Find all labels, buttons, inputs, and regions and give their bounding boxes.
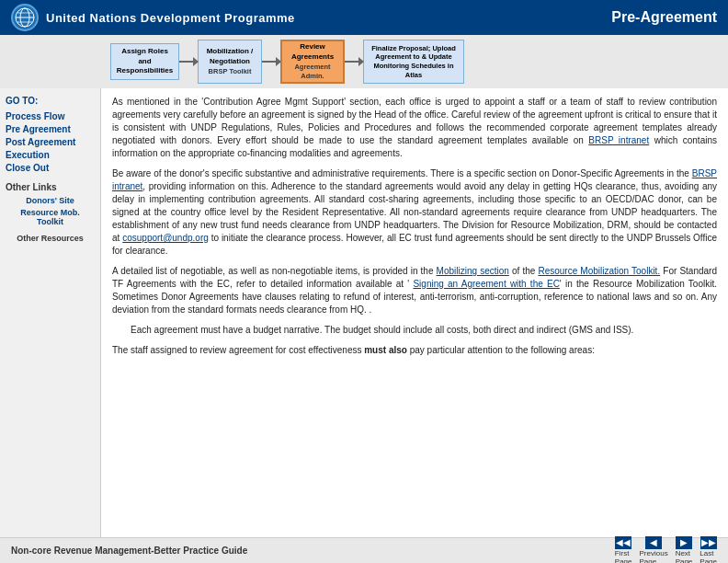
content-para2: Be aware of the donor's specific substan… — [112, 167, 717, 258]
sidebar-item-close-out[interactable]: Close Out — [6, 163, 95, 173]
sidebar-item-post-agreement[interactable]: Post Agreement — [6, 137, 95, 147]
sidebar-link-donors-site[interactable]: Donors' Site — [6, 196, 95, 205]
content-para4: Each agreement must have a budget narrat… — [131, 324, 717, 337]
content-para5: The staff assigned to review agreement f… — [112, 344, 717, 357]
goto-label: GO TO: — [6, 96, 95, 106]
main-layout: GO TO: Process Flow Pre Agreement Post A… — [0, 88, 728, 537]
flow-step-review: ReviewAgreements Agreement Admin. — [280, 40, 345, 84]
footer-previous-page[interactable]: ◀ PreviousPage — [640, 536, 668, 564]
flow-arrow-2 — [262, 61, 280, 63]
flow-box-assign[interactable]: Assign RolesandResponsibilities — [110, 43, 179, 80]
flow-step-mobilization: Mobilization /Negotiation BRSP Toolkit — [198, 40, 262, 84]
flow-step-finalize: Finalize Proposal; Upload Agreement to &… — [363, 40, 464, 84]
header-logo: United Nations Development Programme — [11, 4, 295, 31]
flow-arrow-3 — [345, 61, 363, 63]
must-also-strong: must also — [364, 345, 407, 355]
brsp-intranet-link-1[interactable]: BRSP intranet — [588, 135, 649, 145]
next-page-label: NextPage — [676, 549, 693, 564]
content-area: As mentioned in the 'Contribution Agree … — [101, 88, 728, 537]
sidebar-item-execution[interactable]: Execution — [6, 150, 95, 160]
flow-box-mobilization[interactable]: Mobilization /Negotiation BRSP Toolkit — [198, 40, 262, 84]
content-para3: A detailed list of negotiable, as well a… — [112, 265, 717, 316]
flow-arrow-1 — [179, 61, 198, 63]
sidebar-link-resource-mob[interactable]: Resource Mob.Toolkit — [6, 208, 95, 226]
next-page-button[interactable]: ▶ — [676, 536, 692, 549]
content-para1: As mentioned in the 'Contribution Agree … — [112, 96, 717, 160]
flow-step-assign: Assign RolesandResponsibilities — [110, 43, 179, 80]
footer-first-page[interactable]: ◀◀ FirstPage — [615, 536, 632, 564]
footer: Non-core Revenue Management-Better Pract… — [0, 537, 728, 563]
header: United Nations Development Programme Pre… — [0, 0, 728, 35]
footer-navigation: ◀◀ FirstPage ◀ PreviousPage ▶ NextPage ▶… — [615, 536, 717, 564]
footer-title: Non-core Revenue Management-Better Pract… — [11, 546, 247, 556]
sidebar-link-other-resources[interactable]: Other Resources — [6, 234, 95, 243]
sidebar: GO TO: Process Flow Pre Agreement Post A… — [0, 88, 101, 537]
previous-page-button[interactable]: ◀ — [645, 536, 662, 549]
footer-next-page[interactable]: ▶ NextPage — [676, 536, 693, 564]
org-name: United Nations Development Programme — [46, 11, 295, 25]
mobilizing-section-link[interactable]: Mobilizing section — [437, 266, 509, 276]
sidebar-item-process-flow[interactable]: Process Flow — [6, 111, 95, 121]
page-title: Pre-Agreement — [611, 9, 717, 26]
sidebar-item-pre-agreement[interactable]: Pre Agreement — [6, 124, 95, 134]
previous-page-label: PreviousPage — [640, 549, 668, 564]
last-page-button[interactable]: ▶▶ — [700, 536, 717, 549]
un-logo — [11, 4, 39, 31]
footer-last-page[interactable]: ▶▶ LastPage — [700, 536, 717, 564]
other-links-title: Other Links — [6, 182, 95, 192]
first-page-button[interactable]: ◀◀ — [615, 536, 631, 549]
sidebar-nav: Process Flow Pre Agreement Post Agreemen… — [6, 111, 95, 173]
brsp-intranet-link-2[interactable]: BRSP intranet — [112, 168, 717, 191]
last-page-label: LastPage — [700, 549, 717, 564]
flow-box-finalize[interactable]: Finalize Proposal; Upload Agreement to &… — [363, 40, 464, 84]
signing-agreement-link[interactable]: Signing an Agreement with the EC — [413, 279, 559, 289]
email-link[interactable]: cosupport@undp.org — [122, 233, 209, 243]
first-page-label: FirstPage — [615, 549, 632, 564]
resource-mob-toolkit-link[interactable]: Resource Mobilization Toolkit. — [538, 266, 660, 276]
process-flow-bar: Assign RolesandResponsibilities Mobiliza… — [0, 35, 728, 88]
flow-box-review[interactable]: ReviewAgreements Agreement Admin. — [280, 40, 345, 84]
